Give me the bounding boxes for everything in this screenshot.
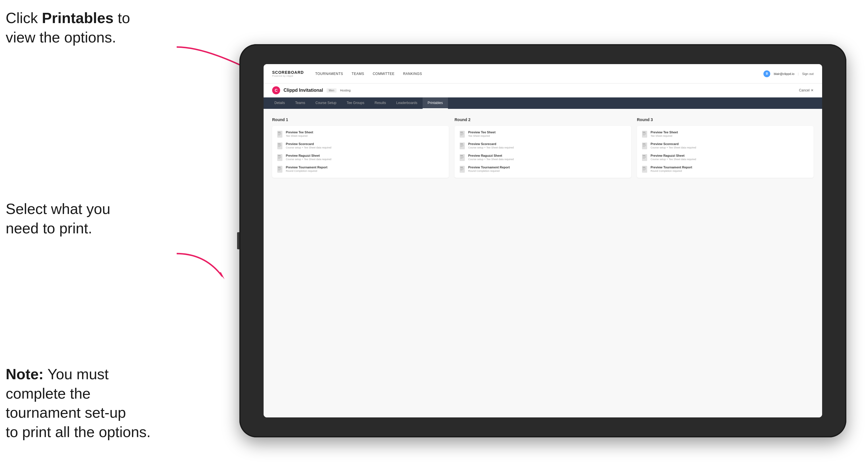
printables-bold: Printables [42, 10, 114, 26]
round2-scorecard-text: Preview Scorecard Course setup + Tee She… [468, 142, 514, 149]
r2-tee-sheet-icon [459, 131, 465, 138]
svg-rect-56 [643, 158, 645, 159]
round3-tournament-report-title: Preview Tournament Report [651, 165, 692, 169]
tab-course-setup[interactable]: Course Setup [310, 97, 341, 109]
round3-raguzzi-title: Preview Raguzzi Sheet [651, 154, 696, 157]
svg-rect-40 [460, 169, 464, 169]
cancel-x-icon: ✕ [811, 88, 813, 92]
svg-rect-6 [278, 135, 280, 135]
round2-raguzzi[interactable]: Preview Raguzzi Sheet Course setup + Tee… [459, 154, 627, 161]
tournament-report-icon [277, 166, 283, 173]
round-1-card: Preview Tee Sheet Tee Sheet required [272, 126, 449, 178]
round1-tournament-report[interactable]: Preview Tournament Report Round Completi… [277, 165, 444, 173]
svg-rect-23 [460, 132, 463, 132]
tab-details[interactable]: Details [269, 97, 290, 109]
svg-rect-14 [278, 156, 281, 157]
note-bold: Note: [6, 366, 43, 382]
svg-rect-53 [643, 155, 646, 156]
nav-teams[interactable]: TEAMS [352, 71, 364, 77]
round1-scorecard-req: Course setup + Tee Sheet data required [286, 146, 332, 149]
round3-raguzzi[interactable]: Preview Raguzzi Sheet Course setup + Tee… [642, 154, 809, 161]
svg-rect-18 [278, 167, 281, 167]
svg-rect-39 [460, 168, 464, 169]
tablet-side-button [237, 232, 239, 249]
round2-scorecard[interactable]: Preview Scorecard Course setup + Tee She… [459, 142, 627, 150]
round2-tee-sheet[interactable]: Preview Tee Sheet Tee Sheet required [459, 130, 627, 138]
svg-rect-54 [643, 156, 646, 157]
svg-rect-35 [460, 157, 464, 158]
round-3-card: Preview Tee Sheet Tee Sheet required [637, 126, 813, 178]
scorecard-icon [277, 143, 283, 150]
svg-rect-46 [643, 135, 645, 135]
round2-raguzzi-title: Preview Raguzzi Sheet [468, 154, 514, 157]
cancel-button[interactable]: Cancel ✕ [799, 88, 813, 92]
round3-tournament-report-req: Round Completion required [651, 169, 692, 173]
round1-raguzzi[interactable]: Preview Raguzzi Sheet Course setup + Tee… [277, 154, 444, 161]
svg-rect-58 [643, 167, 646, 167]
svg-rect-36 [460, 158, 463, 159]
pipe-separator: | [798, 72, 799, 75]
tab-results[interactable]: Results [369, 97, 391, 109]
round3-scorecard-title: Preview Scorecard [651, 142, 696, 146]
svg-rect-19 [278, 168, 281, 169]
tournament-bar: C Clippd Invitational Men Hosting Cancel… [264, 84, 822, 97]
tab-teams[interactable]: Teams [290, 97, 310, 109]
svg-rect-43 [643, 132, 646, 132]
svg-rect-9 [278, 145, 281, 145]
instruction-bottom: Note: You mustcomplete thetournament set… [6, 365, 151, 442]
round1-tee-sheet-req: Tee Sheet required [286, 134, 313, 137]
nav-committee[interactable]: COMMITTEE [373, 71, 395, 77]
round2-tournament-report-text: Preview Tournament Report Round Completi… [468, 165, 510, 173]
round1-tee-sheet[interactable]: Preview Tee Sheet Tee Sheet required [277, 130, 444, 138]
svg-rect-59 [643, 168, 646, 169]
tab-bar: Details Teams Course Setup Tee Groups Re… [264, 97, 822, 109]
round-2-card: Preview Tee Sheet Tee Sheet required [455, 126, 631, 178]
user-avatar: B [764, 70, 770, 77]
svg-rect-34 [460, 156, 464, 157]
r3-tournament-report-icon [642, 166, 648, 173]
round1-tournament-report-title: Preview Tournament Report [286, 165, 328, 169]
round1-tee-sheet-title: Preview Tee Sheet [286, 130, 313, 134]
svg-rect-48 [643, 144, 646, 144]
round1-scorecard[interactable]: Preview Scorecard Course setup + Tee She… [277, 142, 444, 150]
round2-tournament-report[interactable]: Preview Tournament Report Round Completi… [459, 165, 627, 173]
round3-tee-sheet[interactable]: Preview Tee Sheet Tee Sheet required [642, 130, 809, 138]
nav-tournaments[interactable]: TOURNAMENTS [315, 71, 343, 77]
user-email: blair@clippd.io [774, 72, 794, 75]
main-nav-items: TOURNAMENTS TEAMS COMMITTEE RANKINGS [315, 71, 764, 77]
svg-rect-41 [460, 170, 463, 170]
round2-tee-sheet-title: Preview Tee Sheet [468, 130, 496, 134]
round3-tee-sheet-req: Tee Sheet required [651, 134, 678, 137]
round3-raguzzi-req: Course setup + Tee Sheet data required [651, 158, 696, 161]
round-2-section: Round 2 [455, 117, 631, 178]
svg-rect-31 [460, 147, 463, 147]
round3-scorecard[interactable]: Preview Scorecard Course setup + Tee She… [642, 142, 809, 150]
r2-raguzzi-icon [459, 154, 465, 161]
svg-rect-8 [278, 144, 281, 144]
svg-rect-3 [278, 132, 281, 132]
top-nav: SCOREBOARD Powered by clippd TOURNAMENTS… [264, 64, 822, 84]
raguzzi-icon [277, 154, 283, 161]
svg-rect-16 [278, 158, 280, 159]
round1-tournament-report-text: Preview Tournament Report Round Completi… [286, 165, 328, 173]
r3-tee-sheet-icon [642, 131, 648, 138]
tab-printables[interactable]: Printables [423, 97, 448, 109]
svg-rect-26 [460, 135, 463, 135]
svg-rect-25 [460, 134, 464, 134]
r3-raguzzi-icon [642, 154, 648, 161]
sign-out-link[interactable]: Sign out [802, 72, 813, 75]
tab-tee-groups[interactable]: Tee Groups [341, 97, 369, 109]
svg-rect-5 [278, 134, 281, 134]
nav-rankings[interactable]: RANKINGS [403, 71, 422, 77]
main-content: Round 1 [264, 109, 822, 417]
round3-tournament-report[interactable]: Preview Tournament Report Round Completi… [642, 165, 809, 173]
round-1-section: Round 1 [272, 117, 449, 178]
tablet-device: SCOREBOARD Powered by clippd TOURNAMENTS… [239, 44, 846, 437]
tab-leaderboards[interactable]: Leaderboards [391, 97, 422, 109]
round3-tournament-report-text: Preview Tournament Report Round Completi… [651, 165, 692, 173]
tablet-screen: SCOREBOARD Powered by clippd TOURNAMENTS… [264, 64, 822, 417]
round2-tee-sheet-text: Preview Tee Sheet Tee Sheet required [468, 130, 496, 137]
nav-right: B blair@clippd.io | Sign out [764, 70, 813, 77]
rounds-grid: Round 1 [272, 117, 813, 178]
round2-scorecard-title: Preview Scorecard [468, 142, 514, 146]
